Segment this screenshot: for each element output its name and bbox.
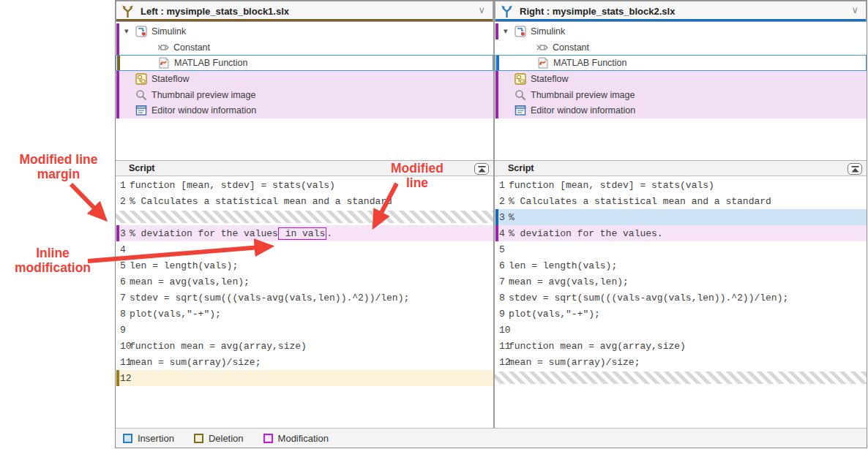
code-line: 6 mean = avg(vals,len); xyxy=(116,273,493,290)
constant-block-icon xyxy=(157,42,169,53)
legend-label: Modification xyxy=(278,433,329,444)
tree-item-simulink[interactable]: ▾ Simulink xyxy=(116,23,493,39)
tree-item-stateflow[interactable]: Stateflow xyxy=(495,71,867,87)
tree-item-label: MATLAB Function xyxy=(174,58,248,68)
legend-insertion: Insertion xyxy=(123,433,174,444)
right-script-header: Script xyxy=(495,160,867,176)
left-file-selector[interactable]: Left : mysimple_stats_block1.slx ∨ xyxy=(116,1,493,22)
line-number: 11 xyxy=(116,357,130,368)
tree-item-editor-info[interactable]: Editor window information xyxy=(495,102,867,118)
inserted-code-line[interactable]: 3 % xyxy=(495,209,867,225)
left-tree: ▾ Simulink Constant xyxy=(116,23,493,118)
chevron-down-icon: ∨ xyxy=(478,4,485,15)
modified-margin-bar xyxy=(116,39,119,56)
tree-item-thumbnail[interactable]: Thumbnail preview image xyxy=(495,87,867,103)
left-pane: Left : mysimple_stats_block1.slx ∨ ▾ Sim… xyxy=(116,1,493,429)
line-text: function [mean, stdev] = stats(vals) xyxy=(509,180,714,191)
modified-code-line[interactable]: 4 % deviation for the values. xyxy=(495,225,867,241)
legend-label: Insertion xyxy=(138,433,174,444)
tree-item-label: Editor window information xyxy=(531,105,635,116)
deleted-line-margin-bar xyxy=(116,370,119,386)
tree-item-label: Stateflow xyxy=(531,74,568,84)
right-file-selector[interactable]: Right : mysimple_stats_block2.slx ∨ xyxy=(495,1,867,22)
editor-window-icon xyxy=(515,105,526,116)
stateflow-icon xyxy=(515,73,526,85)
modified-code-line[interactable]: 3 % deviation for the values in vals. xyxy=(116,225,493,241)
modified-margin-bar xyxy=(495,23,498,39)
compare-fork-icon xyxy=(121,4,134,18)
code-line: 4 xyxy=(116,241,493,257)
collapse-up-icon xyxy=(851,166,859,173)
tree-item-constant[interactable]: Constant xyxy=(116,39,493,56)
tree-item-simulink[interactable]: ▾ Simulink xyxy=(495,23,867,39)
deleted-code-line[interactable]: 12 xyxy=(116,370,493,386)
insertion-color-swatch xyxy=(123,434,132,443)
line-text: % Calculates a statistical mean and a st… xyxy=(130,196,392,207)
line-number: 7 xyxy=(116,293,130,303)
line-number: 8 xyxy=(495,293,509,303)
magnifier-icon xyxy=(135,89,147,101)
tree-item-matlab-function[interactable]: MATLAB Function xyxy=(116,55,493,71)
left-file-title: Left : mysimple_stats_block1.slx xyxy=(141,6,289,17)
code-line: 2 % Calculates a statistical mean and a … xyxy=(495,193,867,209)
line-number: 8 xyxy=(116,309,130,320)
code-line: 9 plot(vals,"-+"); xyxy=(495,306,867,322)
code-line: 5 len = length(vals); xyxy=(116,257,493,273)
expander-icon[interactable]: ▾ xyxy=(124,26,135,36)
tree-item-label: Stateflow xyxy=(151,74,189,84)
modified-margin-bar xyxy=(495,102,498,118)
alignment-spacer-row xyxy=(495,370,867,386)
collapse-section-button[interactable] xyxy=(848,163,862,175)
code-line: 12 mean = sum(array)/size; xyxy=(495,354,867,370)
hatch-pattern xyxy=(495,371,867,384)
tree-item-label: Editor window information xyxy=(151,105,256,116)
annotation-inline-modification: Inline modification xyxy=(6,246,100,276)
line-number: 10 xyxy=(495,325,509,336)
constant-block-icon xyxy=(536,42,548,53)
legend-modification: Modification xyxy=(263,433,329,444)
line-text: mean = sum(array)/size; xyxy=(130,357,261,368)
tree-item-label: Simulink xyxy=(531,26,565,37)
tree-item-constant[interactable]: Constant xyxy=(495,39,867,56)
code-line: 7 stdev = sqrt(sum(((vals-avg(vals,len))… xyxy=(116,290,493,306)
tree-item-label: Constant xyxy=(173,42,210,53)
line-number: 9 xyxy=(116,325,130,336)
tree-item-matlab-function[interactable]: MATLAB Function xyxy=(495,55,867,71)
line-number: 2 xyxy=(116,196,130,207)
tree-item-editor-info[interactable]: Editor window information xyxy=(116,102,493,118)
tree-item-thumbnail[interactable]: Thumbnail preview image xyxy=(116,87,493,103)
right-pane: Right : mysimple_stats_block2.slx ∨ ▾ Si… xyxy=(495,1,867,429)
modified-margin-bar xyxy=(116,71,119,87)
line-text: stdev = sqrt(sum(((vals-avg(vals,len)).^… xyxy=(509,293,788,303)
script-section-label: Script xyxy=(508,163,534,173)
script-section-label: Script xyxy=(129,163,154,173)
alignment-spacer-row xyxy=(116,209,493,225)
hatch-pattern xyxy=(116,211,493,223)
expander-icon[interactable]: ▾ xyxy=(504,26,515,36)
legend-label: Deletion xyxy=(209,433,244,444)
selected-left-margin-bar xyxy=(117,56,120,70)
line-text: function mean = avg(array,size) xyxy=(130,341,307,352)
line-text: len = length(vals); xyxy=(130,260,238,271)
modified-margin-bar xyxy=(116,23,119,39)
matlab-function-icon xyxy=(158,57,170,69)
selected-right-margin-bar xyxy=(496,56,499,70)
modified-line-margin-bar xyxy=(495,225,498,241)
tree-item-label: Thumbnail preview image xyxy=(151,90,255,100)
legend-deletion: Deletion xyxy=(194,433,244,444)
code-line: 11 function mean = avg(array,size) xyxy=(495,338,867,354)
compare-fork-icon xyxy=(501,4,513,18)
collapse-section-button[interactable] xyxy=(474,163,489,175)
code-line: 1 function [mean, stdev] = stats(vals) xyxy=(495,177,867,193)
line-text: . xyxy=(326,228,332,239)
code-line: 10 function mean = avg(array,size) xyxy=(116,338,493,354)
inline-modification-box[interactable]: in vals xyxy=(278,227,326,240)
line-text: % deviation for the values. xyxy=(509,228,663,239)
code-line: 10 xyxy=(495,322,867,338)
modified-margin-bar xyxy=(495,87,498,103)
left-script-code: 1 function [mean, stdev] = stats(vals) 2… xyxy=(116,177,493,386)
tree-item-stateflow[interactable]: Stateflow xyxy=(116,71,493,87)
code-line: 6 len = length(vals); xyxy=(495,257,867,273)
line-number: 10 xyxy=(116,341,130,352)
line-text: % xyxy=(509,212,515,223)
